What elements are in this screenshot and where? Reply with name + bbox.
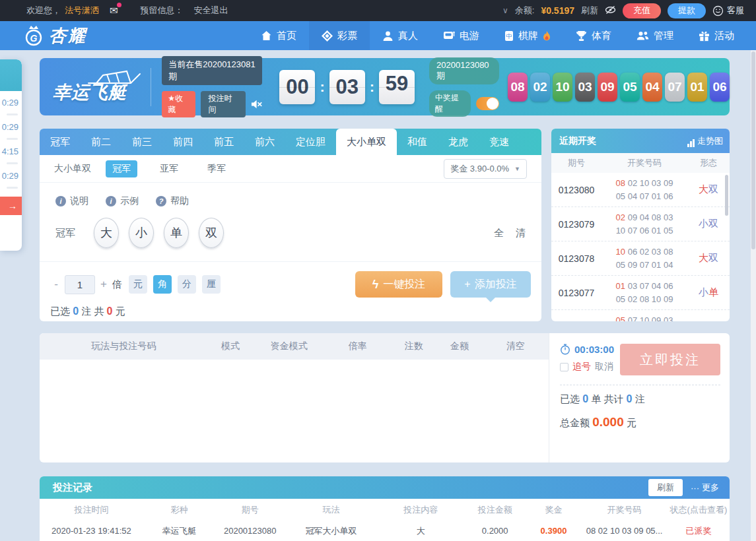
select-arrow-icon: ▼	[514, 166, 520, 172]
unit-jiao[interactable]: 角	[153, 275, 172, 294]
speaker-muted-icon[interactable]	[251, 99, 262, 110]
refresh-balance-link[interactable]: 刷新	[581, 5, 598, 16]
more-dots-icon: ···	[691, 483, 699, 493]
group-label: 大小单双	[54, 163, 91, 175]
draw-row-partial: 05 07 10 09 03	[551, 310, 730, 321]
nav-item-promos[interactable]: 活动	[686, 21, 747, 50]
multiplier-minus[interactable]: -	[50, 278, 62, 291]
clear-button[interactable]: 清	[516, 227, 526, 239]
pattern: 大双	[687, 252, 730, 265]
option-even[interactable]: 双	[199, 218, 224, 248]
divider	[7, 187, 18, 189]
tab-qian6[interactable]: 前六	[244, 129, 285, 155]
bonus-select[interactable]: 奖金 3.90-0.0% ▼	[444, 159, 527, 179]
tab-qian3[interactable]: 前三	[121, 129, 162, 155]
nav-item-boardgames[interactable]: 中 棋牌	[492, 21, 563, 50]
help-help[interactable]: ? 帮助	[156, 195, 189, 207]
panel-summary: 已选 0 单 共计 0 注	[560, 393, 720, 406]
banner-right: 20200123080期 中奖提醒	[429, 57, 499, 117]
bet-records-card: 投注记录 刷新 ··· 更多 投注时间 彩种 期号 玩法 投注内容 投注金额 奖…	[40, 476, 730, 541]
nav-item-sports[interactable]: 体育	[563, 21, 624, 50]
nav-item-admin[interactable]: 管理	[624, 21, 686, 50]
position-runnerup[interactable]: 亚军	[153, 160, 185, 177]
tab-dingweidan[interactable]: 定位胆	[285, 129, 336, 155]
record-row[interactable]: 2020-01-23 19:41:52 幸运飞艇 20200123080 冠军大…	[40, 521, 730, 541]
option-big[interactable]: 大	[94, 218, 119, 248]
add-bet-button[interactable]: + 添加投注	[450, 271, 531, 298]
nav-item-home[interactable]: 首页	[248, 21, 309, 50]
nav-item-egames[interactable]: 电游	[430, 21, 492, 50]
select-all-button[interactable]: 全	[494, 227, 504, 239]
recent-draws-list[interactable]: 0123080 08 02 10 03 09 05 04 07 01 06 大双…	[551, 173, 730, 321]
customer-service[interactable]: 客服	[712, 5, 744, 16]
quick-panel-header	[0, 59, 22, 91]
tab-qian5[interactable]: 前五	[203, 129, 244, 155]
quick-panel-item[interactable]: 0:29	[0, 91, 22, 115]
position-champion[interactable]: 冠军	[106, 160, 137, 177]
multiplier-label: 倍	[112, 278, 122, 291]
win-remind-toggle[interactable]	[476, 97, 499, 110]
help-example[interactable]: i 示例	[106, 195, 139, 207]
main-nav: G 杏耀 首页 彩票 真人 电游 中 棋牌	[0, 21, 756, 50]
quick-panel-item[interactable]: 0:29	[0, 115, 22, 140]
chase-checkbox[interactable]	[560, 363, 568, 371]
divider	[151, 68, 151, 106]
tab-longhu[interactable]: 龙虎	[438, 129, 479, 155]
nav-item-lottery[interactable]: 彩票	[309, 21, 370, 50]
lottery-quick-panel[interactable]: 0:29 0:29 4:15 0:29 →	[0, 59, 22, 251]
tab-daxiaodanshuang[interactable]: 大小单双	[336, 129, 397, 155]
unit-li[interactable]: 厘	[202, 275, 221, 294]
topbar: 欢迎您， 法号潇洒 ✉ 预留信息： 安全退出 ∨ 余额: ¥0.5197 刷新 …	[0, 0, 756, 21]
position-third[interactable]: 季军	[201, 160, 232, 177]
option-odd[interactable]: 单	[164, 218, 189, 248]
logout-link[interactable]: 安全退出	[194, 5, 228, 16]
record-status[interactable]: 已派奖	[668, 525, 730, 537]
tab-jingsu[interactable]: 竞速	[479, 129, 520, 155]
current-issue-badge: 当前在售20200123081期	[162, 56, 262, 85]
pattern: 大双	[687, 183, 730, 196]
svg-text:G: G	[30, 33, 38, 44]
recharge-button[interactable]: 充值	[623, 3, 661, 18]
page-scrollbar[interactable]	[751, 50, 756, 541]
tab-qian4[interactable]: 前四	[162, 129, 203, 155]
brand-logo[interactable]: G 杏耀	[22, 24, 87, 48]
records-refresh-button[interactable]: 刷新	[648, 479, 683, 496]
cancel-link[interactable]: 取消	[595, 361, 613, 373]
result-ball: 06	[710, 73, 730, 102]
eye-off-icon[interactable]	[605, 5, 616, 16]
unit-fen[interactable]: 分	[178, 275, 196, 294]
plus-icon: +	[464, 278, 470, 290]
quick-bet-button[interactable]: ϟ 一键投注	[355, 271, 442, 298]
tab-guanjun[interactable]: 冠军	[40, 129, 81, 155]
chevron-down-icon[interactable]: ∨	[502, 6, 508, 15]
favorite-button[interactable]: ★收藏	[162, 91, 195, 117]
result-ball: 01	[687, 73, 707, 102]
submit-bet-button[interactable]: 立即投注	[620, 344, 720, 375]
multiplier-plus[interactable]: +	[98, 278, 110, 291]
unit-yuan[interactable]: 元	[129, 275, 147, 294]
panel-scrollbar[interactable]	[725, 175, 728, 216]
scrollbar-thumb[interactable]	[751, 51, 755, 249]
tab-qian2[interactable]: 前二	[81, 129, 121, 155]
help-links: i 说明 i 示例 ? 帮助	[40, 183, 541, 207]
mail-icon[interactable]: ✉	[110, 5, 118, 16]
records-more-link[interactable]: ··· 更多	[691, 482, 719, 493]
star-icon: ★	[168, 94, 175, 103]
bets-count: 0	[627, 393, 633, 404]
trend-chart-link[interactable]: 走势图	[687, 135, 723, 147]
smiley-chat-icon	[712, 5, 724, 16]
nav-item-live[interactable]: 真人	[370, 21, 430, 50]
quick-panel-item[interactable]: 4:15	[0, 140, 22, 164]
tab-hezhi[interactable]: 和值	[397, 129, 438, 155]
person-icon	[382, 30, 394, 42]
withdraw-button[interactable]: 提款	[668, 3, 706, 18]
panel-expand-button[interactable]: →	[0, 197, 22, 215]
help-explain[interactable]: i 说明	[55, 195, 88, 207]
multiplier-input[interactable]	[65, 275, 95, 294]
chase-label[interactable]: 追号	[572, 361, 591, 373]
quick-panel-item[interactable]: 0:29	[0, 164, 22, 189]
topbar-right: ∨ 余额: ¥0.5197 刷新 充值 提款 客服	[502, 3, 744, 18]
option-small[interactable]: 小	[129, 218, 154, 248]
last-issue-badge: 20200123080期	[429, 57, 499, 84]
bet-time-badge: 投注时间	[201, 91, 246, 117]
